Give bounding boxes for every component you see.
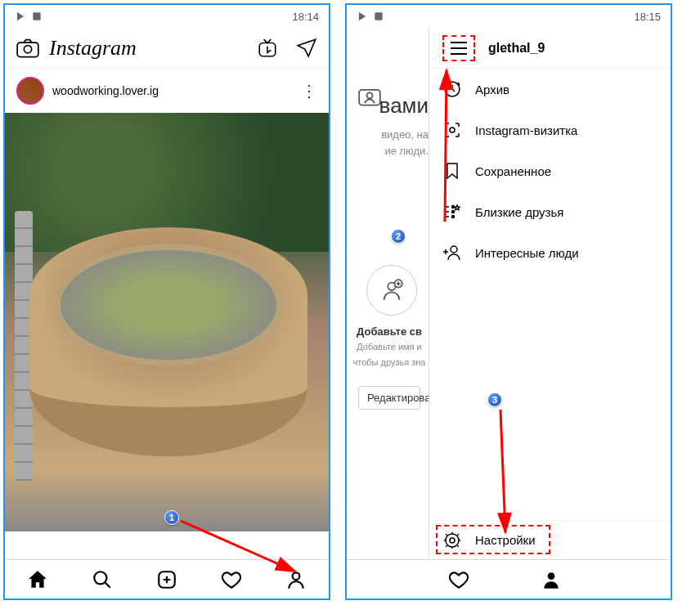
svg-point-25 bbox=[446, 534, 459, 547]
archive-icon bbox=[442, 79, 462, 99]
status-time: 18:14 bbox=[292, 11, 319, 23]
instagram-logo: Instagram bbox=[49, 36, 239, 60]
camera-icon[interactable] bbox=[16, 38, 39, 58]
svg-point-2 bbox=[24, 45, 31, 52]
bottom-nav bbox=[5, 559, 329, 598]
drawer-header: glethal_9 bbox=[429, 28, 671, 69]
drawer-settings[interactable]: Настройки bbox=[429, 520, 671, 559]
add-profile-desc2: чтобы друзья зна bbox=[350, 356, 429, 369]
annotation-badge-2: 2 bbox=[391, 229, 406, 244]
background-content: вами видео, на ие люди. Добавьте св Доба… bbox=[347, 69, 429, 426]
svg-point-22 bbox=[452, 211, 455, 213]
bookmark-icon bbox=[442, 161, 462, 181]
svg-rect-0 bbox=[33, 12, 40, 20]
drawer-item-label: Архив bbox=[475, 83, 509, 96]
person-add-icon bbox=[380, 279, 403, 302]
status-time: 18:15 bbox=[634, 11, 661, 23]
drawer-item-label: Сохраненное bbox=[475, 164, 551, 178]
svg-point-23 bbox=[452, 216, 455, 218]
add-profile-desc1: Добавьте имя и bbox=[350, 341, 429, 353]
svg-rect-8 bbox=[375, 12, 382, 20]
drawer-item-archive[interactable]: Архив bbox=[429, 69, 671, 110]
discover-people-icon bbox=[442, 243, 462, 262]
post-image[interactable] bbox=[5, 113, 329, 531]
close-friends-icon bbox=[442, 202, 462, 222]
annotation-badge-1: 1 bbox=[164, 510, 179, 525]
status-bar: 18:14 bbox=[5, 5, 329, 28]
svg-point-17 bbox=[450, 128, 455, 132]
svg-point-26 bbox=[450, 538, 455, 543]
nametag-icon bbox=[442, 120, 462, 140]
svg-point-24 bbox=[451, 246, 457, 253]
add-profile-title: Добавьте св bbox=[350, 325, 429, 338]
settings-label: Настройки bbox=[475, 533, 536, 547]
status-notification-icon bbox=[373, 11, 384, 22]
edit-profile-button[interactable]: Редактирова bbox=[358, 386, 420, 410]
hamburger-menu-highlighted[interactable] bbox=[442, 35, 475, 61]
svg-point-6 bbox=[293, 572, 300, 580]
avatar[interactable] bbox=[16, 77, 44, 105]
profile-icon[interactable] bbox=[285, 569, 307, 590]
drawer-item-label: Близкие друзья bbox=[475, 205, 563, 219]
drawer-item-nametag[interactable]: Instagram-визитка bbox=[429, 110, 671, 150]
drawer-menu: glethal_9 Архив Instagram-визитка Сохран… bbox=[429, 28, 671, 559]
post-header: woodworking.lover.ig ⋮ bbox=[5, 69, 329, 113]
drawer-username: glethal_9 bbox=[488, 41, 545, 56]
drawer-item-discover[interactable]: Интересные люди bbox=[429, 232, 671, 273]
drawer-item-label: Instagram-визитка bbox=[475, 123, 577, 137]
gear-icon bbox=[442, 531, 462, 550]
home-icon[interactable] bbox=[27, 569, 48, 590]
activity-icon[interactable] bbox=[448, 569, 469, 590]
drawer-item-label: Интересные люди bbox=[475, 246, 579, 260]
background-text-2: ие люди. bbox=[350, 143, 429, 159]
add-post-icon[interactable] bbox=[156, 569, 177, 590]
app-header: Instagram bbox=[5, 28, 329, 69]
profile-icon[interactable] bbox=[541, 569, 562, 590]
post-username[interactable]: woodworking.lover.ig bbox=[52, 84, 293, 97]
search-icon[interactable] bbox=[92, 569, 113, 590]
background-title: вами bbox=[350, 93, 429, 119]
drawer-item-saved[interactable]: Сохраненное bbox=[429, 150, 671, 191]
igtv-icon[interactable] bbox=[257, 38, 278, 59]
status-indicator-icon bbox=[15, 11, 26, 22]
phone-screen-left: 18:14 Instagram woodworking.lover.ig ⋮ 1 bbox=[3, 3, 330, 600]
annotation-badge-3: 3 bbox=[487, 392, 502, 407]
status-notification-icon bbox=[31, 11, 43, 22]
svg-point-4 bbox=[94, 571, 106, 584]
hamburger-icon bbox=[449, 40, 469, 56]
more-options-icon[interactable]: ⋮ bbox=[301, 81, 317, 101]
add-profile-photo[interactable] bbox=[366, 265, 417, 316]
direct-message-icon[interactable] bbox=[296, 38, 317, 59]
bottom-nav bbox=[347, 559, 671, 598]
phone-screen-right: 18:15 вами видео, на ие люди. Добавьте с… bbox=[345, 3, 672, 600]
status-bar: 18:15 bbox=[347, 5, 671, 28]
status-indicator-icon bbox=[357, 11, 368, 22]
svg-point-27 bbox=[547, 572, 554, 580]
drawer-item-close-friends[interactable]: Близкие друзья bbox=[429, 191, 671, 232]
activity-icon[interactable] bbox=[221, 569, 242, 590]
background-text-1: видео, на bbox=[350, 127, 429, 143]
